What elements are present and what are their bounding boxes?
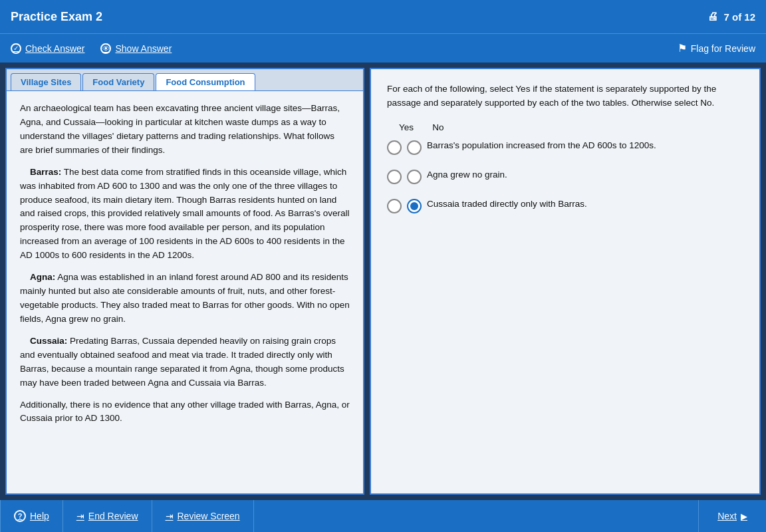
next-icon: ▶ (741, 511, 747, 521)
tab-food-consumption[interactable]: Food Consumption (156, 73, 255, 90)
q1-yes-radio[interactable] (387, 140, 402, 155)
review-screen-button[interactable]: ⇥ Review Screen (152, 500, 254, 532)
main-content: Village Sites Food Variety Food Consumpt… (0, 63, 766, 500)
exam-title: Practice Exam 2 (11, 10, 102, 24)
bottom-left-buttons: ? Help ⇥ End Review ⇥ Review Screen (0, 500, 254, 532)
q3-no-radio[interactable] (407, 199, 422, 213)
title-bar: Practice Exam 2 🖨 7 of 12 (0, 0, 766, 33)
no-column-label: No (428, 122, 448, 132)
q3-text: Cussaia traded directly only with Barras… (427, 198, 743, 211)
yes-no-header: Yes No (387, 122, 743, 132)
flag-icon: ⚑ (678, 42, 687, 55)
passage-cussaia: Cussaia: Predating Barras, Cussaia depen… (20, 334, 350, 390)
q1-no-radio[interactable] (407, 140, 422, 155)
question-row-3: Cussaia traded directly only with Barras… (387, 198, 743, 213)
instruction-text: For each of the following, select Yes if… (387, 82, 743, 110)
radio-group-2 (387, 168, 422, 184)
toolbar: Check Answer 👁 Show Answer ⚑ Flag for Re… (0, 33, 766, 63)
q3-yes-radio[interactable] (387, 199, 402, 213)
show-answer-button[interactable]: 👁 Show Answer (100, 43, 172, 54)
next-button[interactable]: Next ▶ (698, 500, 766, 532)
radio-group-3 (387, 198, 422, 213)
right-panel: For each of the following, select Yes if… (370, 68, 761, 495)
q2-yes-radio[interactable] (387, 170, 402, 184)
help-button[interactable]: ? Help (0, 500, 63, 532)
check-icon (11, 43, 21, 54)
passage-closing: Additionally, there is no evidence that … (20, 398, 350, 426)
tabs-container: Village Sites Food Variety Food Consumpt… (7, 69, 363, 91)
question-row-2: Agna grew no grain. (387, 168, 743, 184)
passage-intro: An archaeological team has been excavati… (20, 102, 350, 158)
tab-food-variety[interactable]: Food Variety (82, 73, 154, 90)
check-answer-button[interactable]: Check Answer (11, 43, 84, 54)
flag-for-review-button[interactable]: ⚑ Flag for Review (678, 42, 755, 55)
tab-village-sites[interactable]: Village Sites (11, 73, 81, 90)
passage-barras: Barras: The best data come from stratifi… (20, 166, 350, 263)
help-icon: ? (14, 510, 26, 522)
review-screen-icon: ⇥ (166, 511, 174, 521)
question-row-1: Barras's population increased from the A… (387, 139, 743, 155)
end-review-button[interactable]: ⇥ End Review (63, 500, 152, 532)
q2-text: Agna grew no grain. (427, 168, 743, 182)
q3-no-inner (410, 202, 418, 210)
left-panel: Village Sites Food Variety Food Consumpt… (5, 68, 364, 495)
printer-icon: 🖨 (707, 11, 718, 23)
passage-agna: Agna: Agna was established in an inland … (20, 271, 350, 327)
q2-no-radio[interactable] (407, 170, 422, 184)
radio-group-1 (387, 139, 422, 155)
bottom-bar: ? Help ⇥ End Review ⇥ Review Screen Next… (0, 500, 766, 532)
show-icon: 👁 (100, 43, 111, 54)
passage-text: An archaeological team has been excavati… (7, 91, 363, 493)
yes-column-label: Yes (390, 122, 423, 132)
progress-indicator: 7 of 12 (723, 11, 755, 23)
end-review-icon: ⇥ (76, 511, 84, 521)
q1-text: Barras's population increased from the A… (427, 139, 743, 152)
